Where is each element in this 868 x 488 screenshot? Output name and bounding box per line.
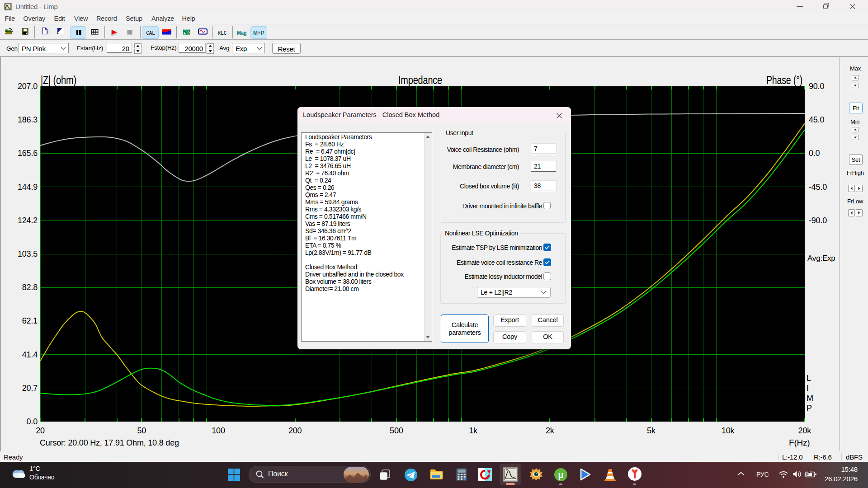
svg-text:µ: µ <box>558 469 563 480</box>
svg-text:M+P: M+P <box>253 29 264 36</box>
svg-text:RLC: RLC <box>218 30 227 37</box>
svg-text:Mag: Mag <box>237 29 247 36</box>
svg-text:CAL: CAL <box>146 30 155 37</box>
